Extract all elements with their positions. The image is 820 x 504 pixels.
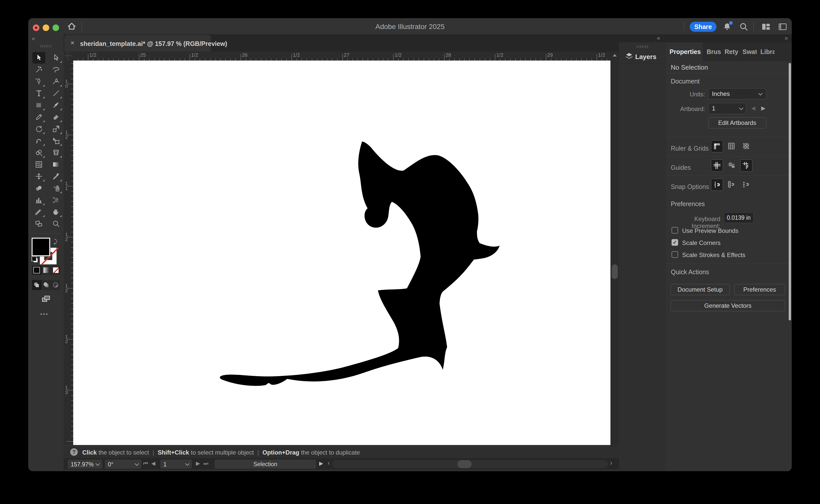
draw-inside-button[interactable]: [51, 280, 60, 290]
layers-grip[interactable]: [637, 45, 648, 48]
shape-builder-tool[interactable]: [32, 147, 45, 158]
tab-libraries[interactable]: Libraries: [757, 42, 775, 61]
horizontal-scroll-thumb[interactable]: [457, 460, 472, 468]
grid-icon[interactable]: [726, 140, 737, 152]
share-button[interactable]: Share: [690, 22, 717, 32]
units-dropdown[interactable]: Inches: [708, 88, 766, 99]
rotate-tool[interactable]: [32, 123, 45, 135]
free-transform-tool[interactable]: [49, 135, 63, 147]
help-icon[interactable]: ?: [70, 448, 78, 456]
rectangle-tool[interactable]: [32, 99, 45, 111]
document-tab[interactable]: × sheridan_template.ai* @ 157.97 % (RGB/…: [64, 35, 211, 51]
fill-color-swatch[interactable]: [32, 238, 50, 256]
print-tiling-tool[interactable]: [32, 218, 45, 230]
zoom-level-dropdown[interactable]: 157.97%: [68, 460, 102, 469]
artboard-tool[interactable]: [49, 194, 63, 206]
vertical-scroll-thumb[interactable]: [612, 264, 618, 279]
collapse-panels-icon[interactable]: «: [657, 35, 661, 42]
pencil-tool[interactable]: [32, 111, 45, 123]
tab-swatches[interactable]: Swatches: [739, 42, 757, 61]
close-tab-icon[interactable]: ×: [70, 39, 74, 47]
gradient-tool[interactable]: [49, 159, 63, 170]
ink-brush-artwork[interactable]: [73, 61, 610, 445]
snap-grid-icon[interactable]: [726, 179, 737, 190]
screen-mode-icon[interactable]: [39, 294, 52, 304]
scale-tool[interactable]: [49, 123, 63, 135]
layers-panel-header[interactable]: Layers: [619, 42, 666, 63]
snap-pixel-icon[interactable]: [740, 179, 752, 190]
artboard-canvas[interactable]: [73, 61, 610, 445]
perspective-grid-tool[interactable]: [49, 147, 63, 158]
vertical-ruler[interactable]: 1 01 21 11 21 21 21 3: [64, 61, 73, 445]
none-fill-button[interactable]: [51, 266, 60, 275]
snap-point-icon[interactable]: [711, 179, 723, 191]
artboard-dropdown[interactable]: 1: [708, 103, 746, 114]
rotation-dropdown[interactable]: 0°: [105, 460, 141, 469]
generate-vectors-button[interactable]: Generate Vectors: [671, 300, 785, 311]
paintbrush-tool[interactable]: [49, 99, 63, 111]
gradient-fill-button[interactable]: [42, 266, 51, 275]
draw-normal-button[interactable]: [32, 280, 42, 290]
blend-tool[interactable]: [32, 182, 45, 194]
ruler-icon[interactable]: [711, 140, 723, 152]
status-tool-indicator[interactable]: Selection: [215, 460, 316, 469]
swap-fill-stroke-icon[interactable]: ⤸: [53, 238, 61, 245]
checkbox-use-preview-bounds[interactable]: [672, 227, 678, 234]
zoom-tool[interactable]: [49, 218, 63, 230]
scroll-right-icon[interactable]: ›: [610, 459, 612, 467]
next-artboard-icon[interactable]: ▶: [761, 105, 766, 111]
panel-toggle-icon[interactable]: [778, 22, 788, 32]
smart-guides-icon[interactable]: [740, 159, 752, 172]
lasso-tool[interactable]: [49, 64, 63, 75]
ruler-origin-corner[interactable]: [64, 51, 73, 61]
tab-properties[interactable]: Properties: [666, 42, 703, 61]
checkbox-scale-strokes-effects[interactable]: [672, 251, 678, 258]
canvas-vertical-scrollbar[interactable]: [610, 51, 619, 458]
pen-tool[interactable]: [32, 76, 45, 87]
slice-tool[interactable]: [32, 206, 45, 218]
puppet-warp-tool[interactable]: [32, 135, 45, 147]
selection-tool[interactable]: [32, 52, 45, 64]
edit-artboards-button[interactable]: Edit Artboards: [708, 117, 766, 128]
workspace-switcher-icon[interactable]: [761, 22, 771, 32]
preferences-button[interactable]: Preferences: [734, 284, 785, 295]
draw-behind-button[interactable]: [42, 280, 51, 290]
line-segment-tool[interactable]: [49, 88, 63, 99]
mesh-tool[interactable]: [32, 159, 45, 170]
width-tool[interactable]: [32, 171, 45, 182]
document-setup-button[interactable]: Document Setup: [671, 284, 730, 295]
keyboard-increment-field[interactable]: 0.0139 in: [724, 212, 754, 223]
column-graph-tool[interactable]: [32, 194, 45, 206]
first-artboard-icon[interactable]: ⏮: [143, 460, 148, 466]
tab-brushes[interactable]: Brushes: [703, 42, 721, 61]
guides-icon[interactable]: [711, 159, 723, 172]
properties-scrollbar-thumb[interactable]: [789, 63, 791, 320]
lock-guides-icon[interactable]: [726, 159, 737, 171]
artboard-navigation-dropdown[interactable]: 1: [160, 460, 192, 469]
notifications-bell-icon[interactable]: [722, 22, 732, 32]
toolbar-grip[interactable]: [40, 45, 51, 47]
scroll-up-icon[interactable]: [613, 54, 617, 57]
eyedropper-tool[interactable]: [49, 171, 63, 182]
tab-retype[interactable]: Retype: [721, 42, 739, 61]
collapse-toolbar-icon[interactable]: «: [32, 35, 36, 42]
last-artboard-icon[interactable]: ⏭: [203, 460, 208, 466]
search-icon[interactable]: [739, 22, 749, 32]
hand-tool[interactable]: [49, 206, 63, 218]
previous-artboard-icon[interactable]: ◀: [751, 105, 755, 111]
color-fill-button[interactable]: [32, 266, 42, 275]
direct-selection-tool[interactable]: [49, 52, 63, 64]
transparency-grid-icon[interactable]: [740, 140, 752, 152]
next-artboard-icon[interactable]: ▶: [196, 460, 200, 466]
expand-panels-icon[interactable]: »: [785, 35, 788, 42]
default-fill-stroke-icon[interactable]: [32, 256, 38, 263]
previous-artboard-icon[interactable]: ◀: [151, 460, 155, 466]
type-tool[interactable]: [32, 88, 45, 99]
curvature-tool[interactable]: [49, 76, 63, 87]
eraser-tool[interactable]: [49, 111, 63, 123]
status-play-icon[interactable]: ▶: [319, 460, 323, 466]
magic-wand-tool[interactable]: [32, 64, 45, 75]
horizontal-ruler[interactable]: 1/2251/2261/2271/2281/2291/2: [73, 51, 610, 61]
more-tools-icon[interactable]: •••: [40, 311, 49, 317]
checkbox-scale-corners[interactable]: ✓: [672, 239, 678, 246]
